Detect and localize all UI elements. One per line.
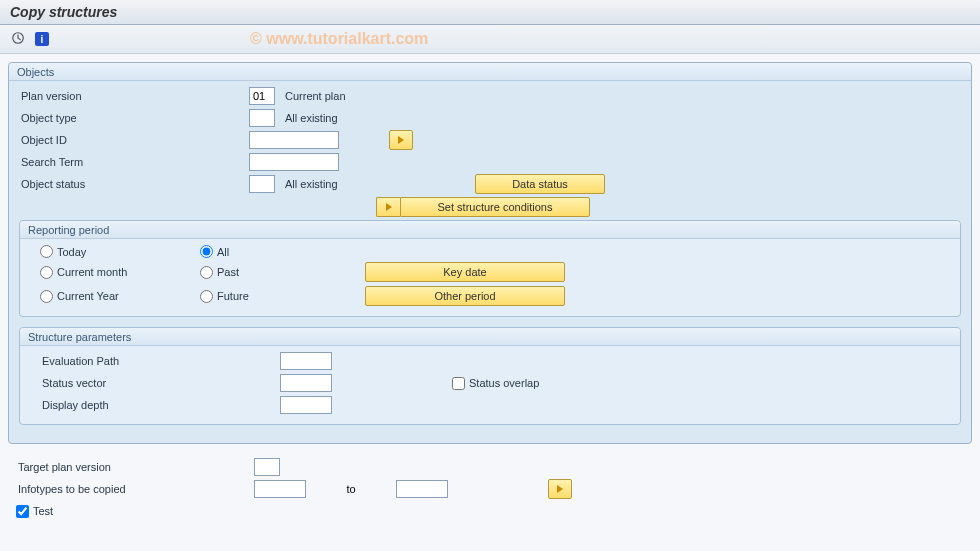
evaluation-path-label: Evaluation Path bbox=[40, 355, 280, 367]
objects-title: Objects bbox=[9, 63, 971, 81]
test-checkbox[interactable] bbox=[16, 505, 29, 518]
plan-version-desc: Current plan bbox=[285, 90, 346, 102]
plan-version-label: Plan version bbox=[19, 90, 249, 102]
key-date-button[interactable]: Key date bbox=[365, 262, 565, 282]
structure-parameters-group: Structure parameters Evaluation Path Sta… bbox=[19, 327, 961, 425]
current-year-label: Current Year bbox=[57, 290, 119, 302]
multiple-selection-button[interactable] bbox=[389, 130, 413, 150]
test-label: Test bbox=[33, 505, 53, 517]
toolbar: i bbox=[0, 25, 980, 54]
evaluation-path-input[interactable] bbox=[280, 352, 332, 370]
page-title: Copy structures bbox=[0, 0, 980, 25]
set-structure-icon-button[interactable] bbox=[376, 197, 400, 217]
infotypes-multiple-selection-button[interactable] bbox=[548, 479, 572, 499]
object-status-label: Object status bbox=[19, 178, 249, 190]
clock-icon bbox=[11, 31, 25, 47]
arrow-right-icon bbox=[398, 136, 404, 144]
status-overlap-checkbox[interactable] bbox=[452, 377, 465, 390]
display-depth-input[interactable] bbox=[280, 396, 332, 414]
object-status-input[interactable] bbox=[249, 175, 275, 193]
infotypes-label: Infotypes to be copied bbox=[16, 483, 254, 495]
info-button[interactable]: i bbox=[32, 29, 52, 49]
infotypes-to-label: to bbox=[306, 483, 396, 495]
current-year-radio[interactable] bbox=[40, 290, 53, 303]
arrow-right-icon bbox=[386, 203, 392, 211]
search-term-label: Search Term bbox=[19, 156, 249, 168]
future-radio[interactable] bbox=[200, 290, 213, 303]
infotypes-from-input[interactable] bbox=[254, 480, 306, 498]
status-overlap-label: Status overlap bbox=[469, 377, 539, 389]
status-vector-input[interactable] bbox=[280, 374, 332, 392]
display-depth-label: Display depth bbox=[40, 399, 280, 411]
structure-parameters-title: Structure parameters bbox=[20, 328, 960, 346]
infotypes-to-input[interactable] bbox=[396, 480, 448, 498]
target-plan-version-input[interactable] bbox=[254, 458, 280, 476]
past-label: Past bbox=[217, 266, 239, 278]
objects-group: Objects Plan version Current plan Object… bbox=[8, 62, 972, 444]
reporting-period-title: Reporting period bbox=[20, 221, 960, 239]
other-period-button[interactable]: Other period bbox=[365, 286, 565, 306]
content: Objects Plan version Current plan Object… bbox=[0, 54, 980, 526]
status-vector-label: Status vector bbox=[40, 377, 280, 389]
reporting-period-group: Reporting period Today All bbox=[19, 220, 961, 317]
object-type-label: Object type bbox=[19, 112, 249, 124]
today-radio[interactable] bbox=[40, 245, 53, 258]
data-status-button[interactable]: Data status bbox=[475, 174, 605, 194]
execute-button[interactable] bbox=[8, 29, 28, 49]
object-id-label: Object ID bbox=[19, 134, 249, 146]
all-radio[interactable] bbox=[200, 245, 213, 258]
object-type-input[interactable] bbox=[249, 109, 275, 127]
bottom-section: Target plan version Infotypes to be copi… bbox=[8, 454, 972, 522]
future-label: Future bbox=[217, 290, 249, 302]
today-label: Today bbox=[57, 246, 86, 258]
arrow-right-icon bbox=[557, 485, 563, 493]
object-type-desc: All existing bbox=[285, 112, 338, 124]
object-id-input[interactable] bbox=[249, 131, 339, 149]
object-status-desc: All existing bbox=[285, 178, 435, 190]
target-plan-version-label: Target plan version bbox=[16, 461, 254, 473]
current-month-radio[interactable] bbox=[40, 266, 53, 279]
set-structure-conditions-button[interactable]: Set structure conditions bbox=[400, 197, 590, 217]
plan-version-input[interactable] bbox=[249, 87, 275, 105]
all-label: All bbox=[217, 246, 229, 258]
info-icon: i bbox=[35, 32, 49, 46]
past-radio[interactable] bbox=[200, 266, 213, 279]
search-term-input[interactable] bbox=[249, 153, 339, 171]
current-month-label: Current month bbox=[57, 266, 127, 278]
